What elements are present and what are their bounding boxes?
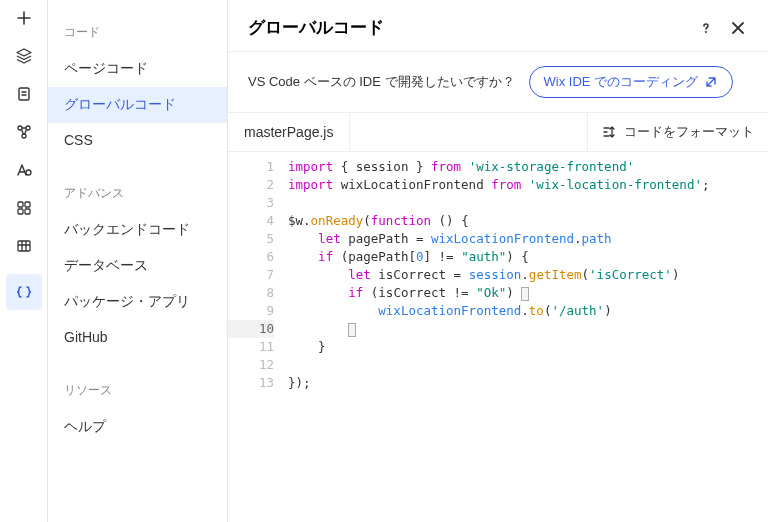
svg-point-1 — [18, 126, 22, 130]
svg-point-10 — [705, 31, 707, 33]
svg-rect-9 — [18, 241, 30, 251]
layers-icon[interactable] — [14, 46, 34, 66]
format-label: コードをフォーマット — [624, 123, 754, 141]
text-icon[interactable] — [14, 160, 34, 180]
promo-bar: VS Code ベースの IDE で開発したいですか？ Wix IDE でのコー… — [228, 52, 768, 113]
main-panel: グローバルコード VS Code ベースの IDE で開発したいですか？ Wix… — [228, 0, 768, 522]
help-icon[interactable] — [696, 18, 716, 38]
nav-item[interactable]: CSS — [48, 123, 227, 157]
icon-sidebar — [0, 0, 48, 522]
code-content[interactable]: import { session } from 'wix-storage-fro… — [288, 152, 768, 522]
svg-point-2 — [26, 126, 30, 130]
svg-rect-5 — [18, 202, 23, 207]
svg-point-4 — [26, 170, 31, 175]
svg-rect-0 — [19, 88, 29, 100]
svg-rect-8 — [25, 209, 30, 214]
section-title: コード — [48, 20, 227, 51]
svg-point-3 — [22, 134, 26, 138]
promo-text: VS Code ベースの IDE で開発したいですか？ — [248, 73, 515, 91]
file-tab[interactable]: masterPage.js — [228, 114, 350, 150]
promo-link-label: Wix IDE でのコーディング — [544, 73, 699, 91]
line-gutter: 12345678910111213 — [228, 152, 288, 522]
svg-rect-6 — [25, 202, 30, 207]
apps-icon[interactable] — [14, 198, 34, 218]
section-title: リソース — [48, 378, 227, 409]
external-link-icon — [704, 75, 718, 89]
nav-item[interactable]: パッケージ・アプリ — [48, 284, 227, 320]
close-icon[interactable] — [728, 18, 748, 38]
nav-item[interactable]: ヘルプ — [48, 409, 227, 445]
plus-icon[interactable] — [14, 8, 34, 28]
format-button[interactable]: コードをフォーマット — [587, 113, 768, 151]
code-icon[interactable] — [6, 274, 42, 310]
promo-link[interactable]: Wix IDE でのコーディング — [529, 66, 734, 98]
code-editor[interactable]: 12345678910111213 import { session } fro… — [228, 152, 768, 522]
connections-icon[interactable] — [14, 122, 34, 142]
nav-item[interactable]: ページコード — [48, 51, 227, 87]
panel-header: グローバルコード — [228, 0, 768, 52]
page-icon[interactable] — [14, 84, 34, 104]
nav-item[interactable]: グローバルコード — [48, 87, 227, 123]
editor-tabs: masterPage.js コードをフォーマット — [228, 113, 768, 152]
section-title: アドバンス — [48, 181, 227, 212]
panel-title: グローバルコード — [248, 16, 684, 39]
svg-rect-7 — [18, 209, 23, 214]
nav-item[interactable]: GitHub — [48, 320, 227, 354]
format-icon — [602, 124, 618, 140]
database-icon[interactable] — [14, 236, 34, 256]
nav-item[interactable]: バックエンドコード — [48, 212, 227, 248]
nav-sidebar: コードページコードグローバルコードCSSアドバンスバックエンドコードデータベース… — [48, 0, 228, 522]
nav-item[interactable]: データベース — [48, 248, 227, 284]
